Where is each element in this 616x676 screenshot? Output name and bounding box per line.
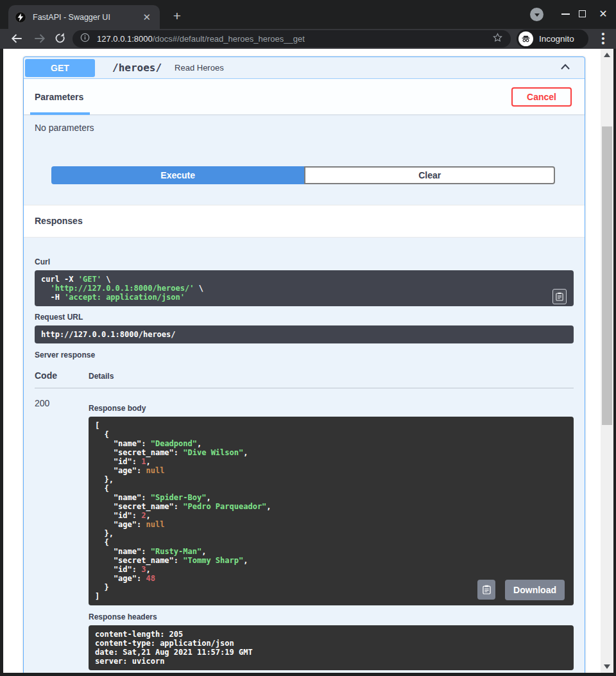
clipboard-icon: [556, 292, 563, 301]
incognito-icon: [518, 31, 533, 46]
maximize-button[interactable]: [579, 10, 586, 17]
code-header: Code: [35, 370, 89, 381]
response-headers-label: Response headers: [89, 612, 574, 621]
incognito-badge: Incognito: [517, 30, 588, 48]
curl-copy-button[interactable]: [552, 289, 567, 304]
chevron-down-icon: [535, 13, 540, 17]
scroll-down-button[interactable]: [604, 664, 610, 669]
forward-button[interactable]: [33, 32, 47, 46]
status-code: 200: [35, 398, 89, 670]
cancel-button[interactable]: Cancel: [511, 87, 572, 107]
reload-button[interactable]: [54, 32, 68, 46]
tab-search-button[interactable]: [530, 8, 543, 21]
new-tab-button[interactable]: +: [168, 8, 186, 26]
endpoint-path: /heroes/: [112, 62, 162, 74]
details-header: Details: [89, 372, 114, 381]
tab-title: FastAPI - Swagger UI: [33, 13, 140, 22]
method-badge: GET: [25, 59, 95, 77]
execute-button[interactable]: Execute: [51, 166, 304, 184]
clipboard-icon: [483, 585, 491, 594]
fastapi-favicon-icon: [15, 12, 26, 23]
url-bar[interactable]: 127.0.0.1:8000/docs#/default/read_heroes…: [73, 30, 511, 48]
request-url-value: http://127.0.0.1:8000/heroes/: [41, 330, 176, 339]
server-response-label: Server response: [35, 351, 574, 360]
response-body-block: [ { "name": "Deadpond", "secret_name": "…: [89, 417, 574, 605]
bookmark-star-icon[interactable]: [492, 32, 503, 46]
opblock-get-heroes: GET /heroes/ Read Heroes Parameters Canc…: [23, 56, 585, 673]
browser-toolbar: 127.0.0.1:8000/docs#/default/read_heroes…: [0, 29, 616, 49]
browser-window: FastAPI - Swagger UI ✕ + ✕ 127.0.0.1:800…: [0, 0, 616, 676]
tab-parameters[interactable]: Parameters: [30, 79, 90, 115]
parameters-header: Parameters Cancel: [24, 78, 585, 114]
response-headers-block: content-length: 205 content-type: applic…: [89, 625, 574, 670]
request-url-block: http://127.0.0.1:8000/heroes/: [35, 325, 574, 343]
browser-menu-button[interactable]: •••: [599, 31, 608, 45]
parameters-tab-label: Parameters: [35, 92, 83, 102]
url-text: 127.0.0.1:8000/docs#/default/read_heroes…: [97, 34, 492, 44]
server-response-table: Code Details 200 Response body [ { "name…: [35, 370, 574, 670]
scroll-thumb[interactable]: [602, 126, 612, 425]
close-button[interactable]: ✕: [598, 9, 608, 19]
page-content: GET /heroes/ Read Heroes Parameters Canc…: [0, 49, 616, 676]
request-url-label: Request URL: [35, 313, 574, 322]
titlebar: FastAPI - Swagger UI ✕ + ✕: [0, 0, 616, 29]
curl-block: curl -X 'GET' \ 'http://127.0.0.1:8000/h…: [35, 270, 574, 306]
download-button[interactable]: Download: [505, 580, 565, 600]
tab-close-icon[interactable]: ✕: [140, 12, 153, 23]
swagger-page: GET /heroes/ Read Heroes Parameters Canc…: [3, 49, 601, 673]
response-body-label: Response body: [89, 404, 574, 413]
no-parameters-text: No parameters: [35, 123, 94, 133]
browser-tab[interactable]: FastAPI - Swagger UI ✕: [8, 5, 160, 29]
responses-body: Curl curl -X 'GET' \ 'http://127.0.0.1:8…: [24, 238, 585, 673]
minimize-button[interactable]: [561, 13, 570, 15]
execute-button-group: Execute Clear: [51, 166, 555, 184]
collapse-chevron-icon[interactable]: [559, 60, 572, 76]
curl-label: Curl: [35, 257, 574, 266]
scroll-up-button[interactable]: [604, 53, 610, 57]
response-row-200: 200 Response body [ { "name": "Deadpond"…: [35, 388, 574, 670]
scrollbar[interactable]: [601, 49, 613, 673]
back-button[interactable]: [10, 32, 24, 46]
site-info-icon[interactable]: [80, 33, 90, 45]
endpoint-summary: Read Heroes: [175, 63, 559, 73]
clear-button[interactable]: Clear: [304, 166, 555, 184]
incognito-label: Incognito: [539, 34, 574, 44]
responses-title: Responses: [24, 205, 585, 238]
opblock-header[interactable]: GET /heroes/ Read Heroes: [24, 57, 585, 78]
copy-response-button[interactable]: [477, 580, 495, 600]
